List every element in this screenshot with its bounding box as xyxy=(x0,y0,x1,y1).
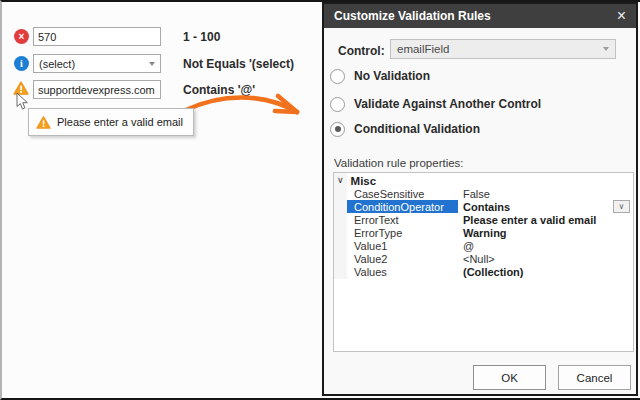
mouse-cursor-icon xyxy=(16,92,29,111)
radio-circle xyxy=(330,97,345,112)
property-name: Value1 xyxy=(347,239,458,252)
error-glyph: × xyxy=(19,31,25,42)
control-dropdown-value: emailField xyxy=(397,43,449,55)
property-name: CaseSensitive xyxy=(347,187,458,200)
property-row-casesensitive[interactable]: CaseSensitive False xyxy=(347,187,632,200)
radio-label: Conditional Validation xyxy=(354,122,480,136)
radio-circle xyxy=(330,69,345,84)
property-grid: ∨ Misc CaseSensitive False ConditionOper… xyxy=(333,172,634,352)
category-label: Misc xyxy=(351,175,377,187)
callout-arrow xyxy=(180,86,320,136)
property-name: ErrorType xyxy=(347,226,458,239)
chevron-down-icon xyxy=(603,47,609,51)
property-value: False xyxy=(458,188,490,200)
property-name: Values xyxy=(347,265,458,278)
radio-label: Validate Against Another Control xyxy=(354,97,541,111)
property-row-conditionoperator[interactable]: ConditionOperator Contains ∨ xyxy=(347,200,632,213)
number-input[interactable] xyxy=(33,27,161,46)
property-value: <Null> xyxy=(458,253,495,265)
radio-circle-selected xyxy=(330,122,345,137)
property-name: ConditionOperator xyxy=(347,200,458,213)
customize-validation-rules-dialog: Customize Validation Rules × Control: em… xyxy=(322,2,638,396)
collapse-chevron-icon: ∨ xyxy=(337,176,344,185)
radio-no-validation[interactable]: No Validation xyxy=(330,68,430,84)
select-dropdown[interactable]: (select) xyxy=(33,54,161,73)
property-value: Please enter a valid email xyxy=(458,214,596,226)
radio-validate-against-control[interactable]: Validate Against Another Control xyxy=(330,96,541,112)
radio-conditional-validation[interactable]: Conditional Validation xyxy=(330,121,480,137)
control-dropdown[interactable]: emailField xyxy=(390,39,616,59)
category-row-misc[interactable]: ∨ Misc xyxy=(337,174,376,187)
property-row-value2[interactable]: Value2 <Null> xyxy=(347,252,632,265)
property-row-value1[interactable]: Value1 @ xyxy=(347,239,632,252)
warning-icon xyxy=(36,116,51,129)
property-name: Value2 xyxy=(347,252,458,265)
error-icon: × xyxy=(14,29,29,44)
property-value: Warning xyxy=(458,227,507,239)
radio-label: No Validation xyxy=(354,69,430,83)
chevron-down-icon xyxy=(149,62,155,66)
range-rule-label: 1 - 100 xyxy=(183,30,220,44)
property-row-values[interactable]: Values (Collection) xyxy=(347,265,632,278)
close-icon[interactable]: × xyxy=(617,8,626,24)
control-label: Control: xyxy=(338,44,385,58)
screenshot-root: × 1 - 100 i (select) Not Equals '(select… xyxy=(0,0,640,400)
dialog-titlebar[interactable]: Customize Validation Rules × xyxy=(324,4,636,28)
validation-tooltip: Please enter a valid email xyxy=(28,108,194,136)
ok-button[interactable]: OK xyxy=(473,365,546,390)
select-dropdown-value: (select) xyxy=(39,58,75,70)
info-glyph: i xyxy=(20,58,23,69)
property-row-errortext[interactable]: ErrorText Please enter a valid email xyxy=(347,213,632,226)
cancel-button[interactable]: Cancel xyxy=(558,365,631,390)
property-value: (Collection) xyxy=(458,266,524,278)
dialog-title: Customize Validation Rules xyxy=(334,9,491,23)
property-name: ErrorText xyxy=(347,213,458,226)
chevron-down-icon: ∨ xyxy=(619,203,625,211)
tooltip-text: Please enter a valid email xyxy=(57,116,183,128)
email-input[interactable] xyxy=(33,80,161,99)
info-icon: i xyxy=(14,56,29,71)
grid-gutter xyxy=(334,173,347,279)
value-dropdown-button[interactable]: ∨ xyxy=(613,200,630,213)
property-value: Contains xyxy=(458,201,510,213)
properties-section-label: Validation rule properties: xyxy=(334,157,464,169)
not-equals-rule-label: Not Equals '(select) xyxy=(183,57,294,71)
property-value: @ xyxy=(458,240,474,252)
property-row-errortype[interactable]: ErrorType Warning xyxy=(347,226,632,239)
